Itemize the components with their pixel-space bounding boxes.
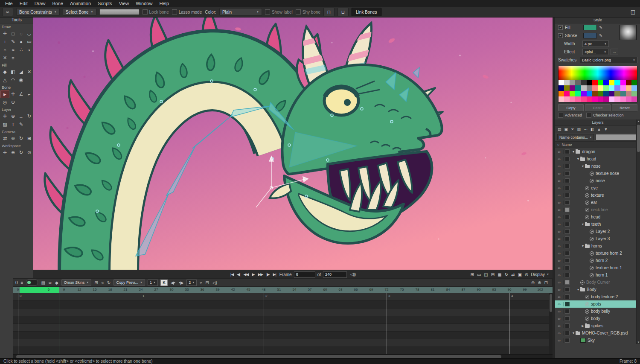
rectangle-shape-icon[interactable]: ▭ bbox=[25, 38, 34, 46]
rotate-view-icon[interactable]: ↻ bbox=[504, 272, 509, 277]
graph-mode-icon[interactable]: ≈ bbox=[101, 280, 105, 285]
layer-row-horn-1[interactable]: ∞horn 1 bbox=[555, 271, 640, 279]
bone-strength-slider[interactable] bbox=[99, 9, 140, 15]
swatches-dropdown[interactable]: Basic Colors.png ▼ bbox=[580, 57, 637, 63]
expand-arrow-icon[interactable]: ▼ bbox=[581, 165, 585, 168]
lasso-mode-checkbox[interactable]: Lasso mode bbox=[172, 9, 202, 15]
layer-row-sky[interactable]: ∞Sky bbox=[555, 337, 640, 344]
menu-item-view[interactable]: View bbox=[116, 0, 133, 7]
effect-dropdown[interactable]: <plai... ▼ bbox=[582, 49, 608, 55]
fill-checkbox[interactable]: ✓ bbox=[558, 25, 563, 30]
animated-channel-icon[interactable]: ∞ bbox=[555, 288, 564, 292]
expand-arrow-icon[interactable]: ▶ bbox=[581, 324, 585, 328]
advanced-checkbox[interactable]: Advanced bbox=[558, 113, 582, 118]
onion-skins-dropdown[interactable]: Onion Skins▼ bbox=[61, 279, 91, 286]
menu-item-window[interactable]: Window bbox=[132, 0, 156, 7]
new-layer-icon[interactable]: ▤ bbox=[558, 127, 561, 131]
add-point-icon[interactable]: + bbox=[0, 38, 9, 46]
stroke-color-swatch[interactable] bbox=[583, 33, 597, 38]
palette-color[interactable] bbox=[587, 85, 592, 91]
palette-color[interactable] bbox=[564, 96, 570, 102]
animated-channel-icon[interactable]: ∞ bbox=[555, 266, 564, 270]
set-origin-icon[interactable]: ⊕ bbox=[9, 112, 17, 120]
delete-layer-icon[interactable]: ✕ bbox=[571, 127, 574, 131]
select-points-icon[interactable]: □ bbox=[9, 29, 17, 38]
expand-arrow-icon[interactable]: ▼ bbox=[581, 223, 585, 226]
bone-color-dropdown[interactable]: Plain▼ bbox=[219, 8, 262, 16]
duplicate-layer-icon[interactable]: ▥ bbox=[577, 127, 581, 131]
layer-visibility-toggle[interactable] bbox=[565, 280, 570, 285]
create-shape-icon[interactable]: ◧ bbox=[9, 68, 17, 76]
layer-visibility-toggle[interactable] bbox=[565, 149, 570, 154]
copy-style-button[interactable]: Copy bbox=[558, 104, 584, 111]
next-keyframe-button[interactable]: |▶ bbox=[265, 272, 271, 277]
unlock-bone-icon[interactable]: ⊓ bbox=[323, 8, 335, 16]
animated-channel-icon[interactable]: ∞ bbox=[555, 193, 564, 198]
layer-row-horn-2[interactable]: ∞horn 2 bbox=[555, 257, 640, 264]
palette-color[interactable] bbox=[564, 85, 570, 91]
layer-visibility-toggle[interactable] bbox=[565, 258, 570, 263]
view-single-icon[interactable]: ▭ bbox=[476, 272, 482, 277]
consolidate-channels-icon[interactable]: ∞ bbox=[48, 280, 52, 285]
layer-row-texture[interactable]: ∞texture bbox=[555, 192, 640, 199]
layer-visibility-toggle[interactable] bbox=[565, 236, 570, 241]
palette-color[interactable] bbox=[620, 96, 626, 102]
animated-channel-icon[interactable]: ∞ bbox=[555, 201, 564, 205]
layer-visibility-toggle[interactable] bbox=[565, 171, 570, 176]
layer-visibility-toggle[interactable] bbox=[565, 178, 570, 183]
timeline-zoom-in-icon[interactable]: ⊕ bbox=[537, 280, 541, 285]
freehand-draw-icon[interactable]: ✎ bbox=[9, 38, 17, 46]
add-bone-icon[interactable]: ∠ bbox=[17, 90, 26, 98]
expand-arrow-icon[interactable]: ▼ bbox=[581, 245, 585, 248]
shy-bone-checkbox[interactable]: Shy bone bbox=[296, 9, 320, 15]
magnet-icon[interactable]: ◡ bbox=[25, 29, 34, 38]
palette-color[interactable] bbox=[631, 96, 637, 102]
layer-visibility-toggle[interactable] bbox=[565, 323, 570, 328]
layer-row-teeth[interactable]: ∞▼teeth bbox=[555, 221, 640, 228]
rotate-layer-icon[interactable]: ↻ bbox=[25, 112, 34, 120]
timeline-track-row[interactable] bbox=[13, 309, 553, 316]
pan-tilt-camera-icon[interactable]: ⊞ bbox=[25, 134, 34, 143]
transform-layer-icon[interactable]: ✛ bbox=[0, 112, 9, 120]
bind-points-icon[interactable]: ⊙ bbox=[9, 98, 17, 106]
layer-row-body[interactable]: ∞▼Body bbox=[555, 286, 640, 293]
palette-color[interactable] bbox=[575, 96, 581, 102]
menu-item-animation[interactable]: Animation bbox=[67, 0, 94, 7]
timeline-vscroll[interactable] bbox=[549, 293, 553, 354]
palette-color[interactable] bbox=[575, 85, 581, 91]
paste-style-button[interactable]: Paste bbox=[585, 104, 611, 111]
name-filter-dropdown[interactable]: Name contains... ▼ bbox=[557, 134, 594, 140]
layers-search-input[interactable] bbox=[596, 134, 638, 140]
layer-row-body-belly[interactable]: ∞body belly bbox=[555, 308, 640, 315]
layer-visibility-toggle[interactable] bbox=[565, 331, 570, 335]
layer-row-moho-cover-rgb-psd[interactable]: ∞▼MOHO-Cover_RGB.psd bbox=[555, 329, 640, 337]
palette-color[interactable] bbox=[587, 96, 592, 102]
bone-strength-icon[interactable]: ◎ bbox=[0, 98, 9, 106]
layer-visibility-toggle[interactable] bbox=[565, 229, 570, 234]
palette-color[interactable] bbox=[609, 91, 614, 96]
hide-edge-icon[interactable]: ◠ bbox=[9, 76, 17, 84]
palette-color[interactable] bbox=[570, 91, 575, 96]
canvas[interactable] bbox=[33, 17, 553, 270]
scroll-down-icon[interactable]: ▼ bbox=[637, 341, 640, 344]
palette-color[interactable] bbox=[592, 80, 598, 85]
layer-row-texture-nose[interactable]: ∞texture nose bbox=[555, 170, 640, 177]
timeline-zoom-fit-icon[interactable]: ⊡ bbox=[544, 280, 548, 285]
shape-effects-icon[interactable]: ◉ bbox=[17, 76, 26, 84]
jump-start-button[interactable]: |◀ bbox=[229, 272, 235, 277]
palette-color[interactable] bbox=[631, 91, 637, 96]
palette-color[interactable] bbox=[581, 91, 587, 96]
layer-visibility-toggle[interactable] bbox=[565, 164, 570, 169]
palette-color[interactable] bbox=[603, 91, 609, 96]
timeline-track-row[interactable] bbox=[13, 332, 553, 339]
copy-previous-dropdown[interactable]: Copy Previ...▼ bbox=[113, 279, 145, 286]
keyframe-k-button[interactable]: K bbox=[160, 280, 168, 286]
expand-arrow-icon[interactable]: ▼ bbox=[576, 288, 580, 291]
palette-color[interactable] bbox=[570, 80, 575, 85]
effect-more-button[interactable]: ... bbox=[611, 49, 618, 55]
roll-camera-icon[interactable]: ↻ bbox=[17, 134, 26, 143]
palette-color[interactable] bbox=[626, 80, 631, 85]
select-bone-icon[interactable]: ► bbox=[0, 90, 9, 98]
lock-bone-icon[interactable]: ⊔ bbox=[337, 8, 349, 16]
menu-item-edit[interactable]: Edit bbox=[16, 0, 31, 7]
